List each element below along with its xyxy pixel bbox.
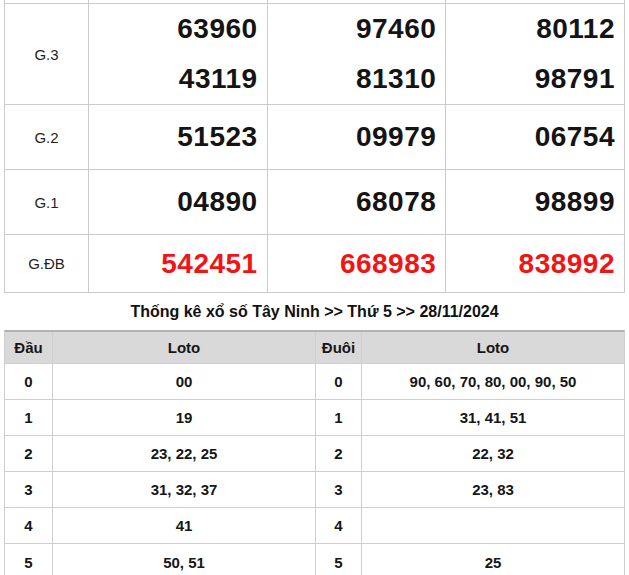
stats-cell-loto-duoi: 23, 83 (362, 472, 624, 507)
prize-number: 81310 (356, 63, 436, 95)
prize-number: 98791 (535, 63, 615, 95)
prize-value-cell: 68078 (268, 170, 447, 234)
stats-header-loto-dau: Loto (53, 332, 316, 363)
stats-cell-loto-dau: 41 (53, 508, 316, 543)
prize-value-cell-special: 542451 (89, 235, 268, 292)
stats-cell-loto-duoi: 25 (362, 544, 624, 575)
prize-row-g2: G.2 51523 09979 06754 (5, 105, 624, 170)
stats-header-duoi: Đuôi (316, 332, 362, 363)
prize-row-label: G.3 (5, 4, 89, 104)
stats-header-row: Đầu Loto Đuôi Loto (5, 332, 624, 364)
stats-cell-loto-dau: 31, 32, 37 (53, 472, 316, 507)
prize-value-cell: 51523 (89, 105, 268, 169)
prize-number: 43119 (179, 63, 258, 95)
stats-cell-loto-dau: 00 (53, 364, 316, 399)
stats-cell-dau: 2 (5, 436, 53, 471)
stats-header-dau: Đầu (5, 332, 53, 363)
prize-number: 63960 (177, 13, 257, 45)
stats-cell-duoi: 2 (316, 436, 362, 471)
stats-cell-loto-dau: 23, 22, 25 (53, 436, 316, 471)
stats-cell-loto-duoi: 90, 60, 70, 80, 00, 90, 50 (362, 364, 624, 399)
stats-cell-duoi: 4 (316, 508, 362, 543)
stats-cell-dau: 3 (5, 472, 53, 507)
prize-value-cell: 98899 (446, 170, 624, 234)
prize-value-cell: 80112 98791 (446, 4, 624, 104)
prize-number: 06754 (535, 121, 615, 153)
prize-row-g1: G.1 04890 68078 98899 (5, 170, 624, 235)
prize-value-cell: 97460 81310 (268, 4, 447, 104)
stats-row-5: 5 50, 51 5 25 (5, 544, 624, 575)
special-prize-number: 668983 (340, 248, 436, 280)
stats-row-2: 2 23, 22, 25 2 22, 32 (5, 436, 624, 472)
stats-cell-duoi: 1 (316, 400, 362, 435)
prize-number: 04890 (177, 186, 257, 218)
prize-number: 68078 (356, 186, 436, 218)
prize-number: 51523 (177, 121, 257, 153)
prize-number: 98899 (535, 186, 615, 218)
prize-row-special: G.ĐB 542451 668983 838992 (5, 235, 624, 293)
stats-cell-loto-duoi: 22, 32 (362, 436, 624, 471)
prize-number: 97460 (356, 13, 436, 45)
prize-value-cell: 06754 (446, 105, 624, 169)
stats-row-3: 3 31, 32, 37 3 23, 83 (5, 472, 624, 508)
stats-cell-loto-duoi (362, 508, 624, 543)
stats-cell-loto-dau: 19 (53, 400, 316, 435)
stats-cell-duoi: 3 (316, 472, 362, 507)
prize-results-table: G.3 63960 43119 97460 81310 80112 98791 … (4, 0, 625, 293)
prize-value-cell-special: 668983 (268, 235, 447, 292)
prize-value-cell (89, 0, 268, 3)
prize-row-g3: G.3 63960 43119 97460 81310 80112 98791 (5, 4, 624, 105)
stats-cell-dau: 1 (5, 400, 53, 435)
stats-cell-duoi: 0 (316, 364, 362, 399)
prize-label-cell (5, 0, 89, 3)
prize-value-cell-special: 838992 (446, 235, 624, 292)
special-prize-number: 838992 (519, 248, 615, 280)
stats-cell-dau: 5 (5, 544, 53, 575)
special-prize-number: 542451 (161, 248, 257, 280)
stats-header-loto-duoi: Loto (362, 332, 624, 363)
prize-value-cell: 09979 (268, 105, 447, 169)
stats-cell-duoi: 5 (316, 544, 362, 575)
stats-cell-loto-dau: 50, 51 (53, 544, 316, 575)
stats-cell-dau: 4 (5, 508, 53, 543)
stats-row-0: 0 00 0 90, 60, 70, 80, 00, 90, 50 (5, 364, 624, 400)
stats-row-1: 1 19 1 31, 41, 51 (5, 400, 624, 436)
prize-value-cell: 63960 43119 (89, 4, 268, 104)
prize-value-cell (446, 0, 624, 3)
prize-value-cell: 04890 (89, 170, 268, 234)
loto-stats-table: Đầu Loto Đuôi Loto 0 00 0 90, 60, 70, 80… (4, 330, 625, 575)
prize-row-label: G.2 (5, 105, 89, 169)
stats-cell-loto-duoi: 31, 41, 51 (362, 400, 624, 435)
stats-cell-dau: 0 (5, 364, 53, 399)
prize-row-label: G.ĐB (5, 235, 89, 292)
prize-row-label: G.1 (5, 170, 89, 234)
prize-number: 09979 (356, 121, 436, 153)
prize-value-cell (268, 0, 447, 3)
stats-row-4: 4 41 4 (5, 508, 624, 544)
prize-number: 80112 (536, 13, 615, 45)
page-title: Thống kê xổ số Tây Ninh >> Thứ 5 >> 28/1… (0, 293, 629, 330)
